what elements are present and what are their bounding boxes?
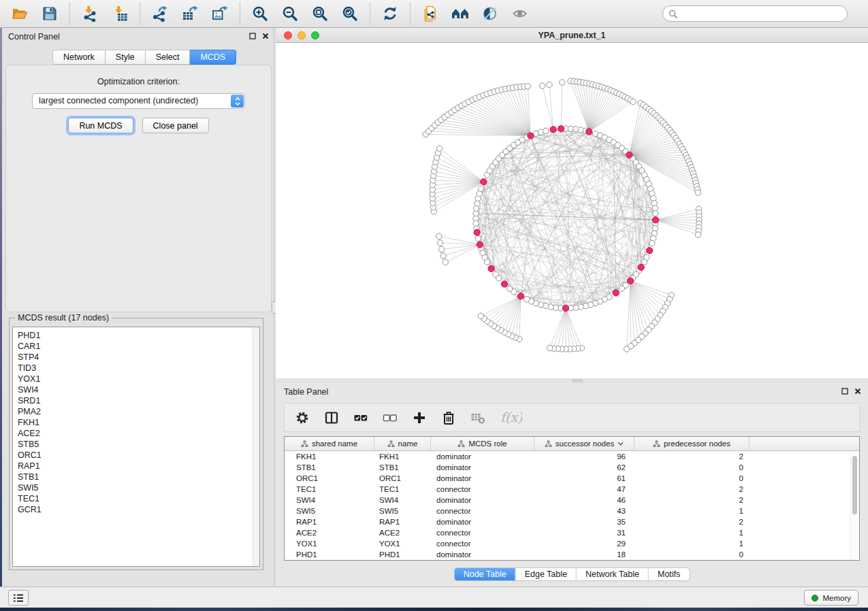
list-item[interactable]: FKH1 xyxy=(18,417,259,428)
export-table-button[interactable] xyxy=(180,4,199,23)
network-node[interactable] xyxy=(547,345,552,350)
network-node[interactable] xyxy=(641,259,647,265)
table-row[interactable]: RAP1RAP1dominator352 xyxy=(285,516,859,527)
network-node[interactable] xyxy=(438,246,444,252)
search-input[interactable] xyxy=(681,8,841,19)
divider-grip[interactable] xyxy=(572,379,583,382)
column-header-successors[interactable]: successor nodes xyxy=(534,437,634,450)
delete-table-button[interactable] xyxy=(470,410,486,426)
function-builder-button[interactable]: f(x) xyxy=(499,410,522,426)
table-settings-button[interactable] xyxy=(294,410,310,426)
export-image-button[interactable] xyxy=(210,4,229,23)
float-table-panel-button[interactable] xyxy=(841,388,848,395)
network-node[interactable] xyxy=(547,82,552,87)
list-item[interactable]: ACE2 xyxy=(18,428,259,439)
list-item[interactable]: PHD1 xyxy=(18,330,259,341)
table-row[interactable]: SWI5SWI5connector431 xyxy=(285,506,859,516)
dominator-node[interactable] xyxy=(647,248,653,254)
network-node[interactable] xyxy=(475,235,481,241)
zoom-in-button[interactable] xyxy=(251,4,270,23)
dominator-node[interactable] xyxy=(550,127,556,133)
show-hide-button[interactable] xyxy=(511,4,530,23)
table-row[interactable]: ACE2ACE2connector311 xyxy=(285,527,859,538)
network-node[interactable] xyxy=(695,232,701,237)
visual-style-button[interactable] xyxy=(481,4,500,23)
network-node[interactable] xyxy=(478,313,483,318)
tab-style[interactable]: Style xyxy=(106,50,146,65)
network-node[interactable] xyxy=(695,190,701,195)
dominator-node[interactable] xyxy=(528,133,534,139)
table-row[interactable]: TEC1TEC1connector472 xyxy=(285,484,859,495)
column-header-role[interactable]: MCDS role xyxy=(431,437,534,450)
network-node[interactable] xyxy=(543,128,548,133)
dominator-node[interactable] xyxy=(477,242,483,248)
network-node[interactable] xyxy=(619,286,624,291)
horizontal-split-divider[interactable] xyxy=(276,378,868,383)
dominator-node[interactable] xyxy=(488,265,494,271)
dominator-node[interactable] xyxy=(613,290,619,296)
tab-motifs[interactable]: Motifs xyxy=(649,568,689,580)
table-row[interactable]: YOX1YOX1connector291 xyxy=(285,538,859,549)
refresh-button[interactable] xyxy=(381,4,400,23)
table-row[interactable]: STB1STB1dominator620 xyxy=(285,462,859,473)
mcds-result-list[interactable]: PHD1CAR1STP4TID3YOX1SWI4SRD1PMA2FKH1ACE2… xyxy=(12,327,260,567)
network-node[interactable] xyxy=(560,80,565,85)
tab-select[interactable]: Select xyxy=(146,50,191,65)
network-node[interactable] xyxy=(539,83,545,88)
import-table-button[interactable] xyxy=(110,4,129,23)
save-button[interactable] xyxy=(40,4,59,23)
memory-button[interactable]: Memory xyxy=(804,590,858,606)
dominator-node[interactable] xyxy=(562,305,568,311)
network-node[interactable] xyxy=(624,346,629,352)
list-item[interactable]: PMA2 xyxy=(18,406,259,417)
dominator-node[interactable] xyxy=(586,129,592,135)
network-file-button[interactable] xyxy=(421,4,440,23)
table-row[interactable]: ORC1ORC1dominator610 xyxy=(285,473,859,484)
deselect-all-button[interactable] xyxy=(382,410,398,426)
dominator-node[interactable] xyxy=(626,152,632,158)
dominator-node[interactable] xyxy=(558,126,564,132)
network-node[interactable] xyxy=(507,286,513,291)
network-view[interactable] xyxy=(276,43,868,378)
dominator-node[interactable] xyxy=(481,179,487,185)
criterion-select[interactable]: largest connected component (undirected) xyxy=(32,93,245,109)
network-node[interactable] xyxy=(653,210,658,216)
dominator-node[interactable] xyxy=(652,217,658,223)
dominator-node[interactable] xyxy=(474,229,480,235)
dominator-node[interactable] xyxy=(501,281,507,287)
list-item[interactable]: YOX1 xyxy=(18,374,259,384)
zoom-out-button[interactable] xyxy=(280,4,300,23)
network-node[interactable] xyxy=(473,220,479,226)
column-header-name[interactable]: name xyxy=(374,437,431,450)
table-scrollbar-thumb[interactable] xyxy=(852,456,857,514)
column-header-predecessors[interactable]: predecessor nodes xyxy=(634,437,750,450)
table-scrollbar[interactable] xyxy=(850,454,858,559)
dominator-node[interactable] xyxy=(638,264,644,270)
dominator-node[interactable] xyxy=(517,293,524,299)
list-item[interactable]: SRD1 xyxy=(18,395,259,406)
network-node[interactable] xyxy=(649,240,655,246)
close-panel-button[interactable] xyxy=(262,33,269,39)
dominator-node[interactable] xyxy=(627,278,633,284)
show-columns-button[interactable] xyxy=(323,410,340,426)
select-all-button[interactable] xyxy=(353,410,369,426)
open-file-button[interactable] xyxy=(10,4,29,23)
network-node[interactable] xyxy=(436,233,442,239)
table-row[interactable]: FKH1FKH1dominator962 xyxy=(285,451,859,462)
network-node[interactable] xyxy=(524,297,530,302)
zoom-selected-button[interactable] xyxy=(340,4,359,23)
export-network-button[interactable] xyxy=(150,4,170,23)
network-node[interactable] xyxy=(436,146,442,151)
network-canvas[interactable] xyxy=(276,43,868,378)
table-row[interactable]: SWI4SWI4dominator462 xyxy=(285,495,859,506)
list-item[interactable]: STB5 xyxy=(18,439,259,450)
delete-column-button[interactable] xyxy=(440,410,457,426)
network-node[interactable] xyxy=(440,253,446,259)
list-item[interactable]: SWI4 xyxy=(18,384,259,395)
list-item[interactable]: GCR1 xyxy=(18,504,259,515)
network-node[interactable] xyxy=(478,186,483,191)
list-item[interactable]: STB1 xyxy=(18,472,259,482)
tab-node-table[interactable]: Node Table xyxy=(455,568,516,580)
network-node[interactable] xyxy=(493,271,498,277)
run-mcds-button[interactable]: Run MCDS xyxy=(68,118,133,133)
